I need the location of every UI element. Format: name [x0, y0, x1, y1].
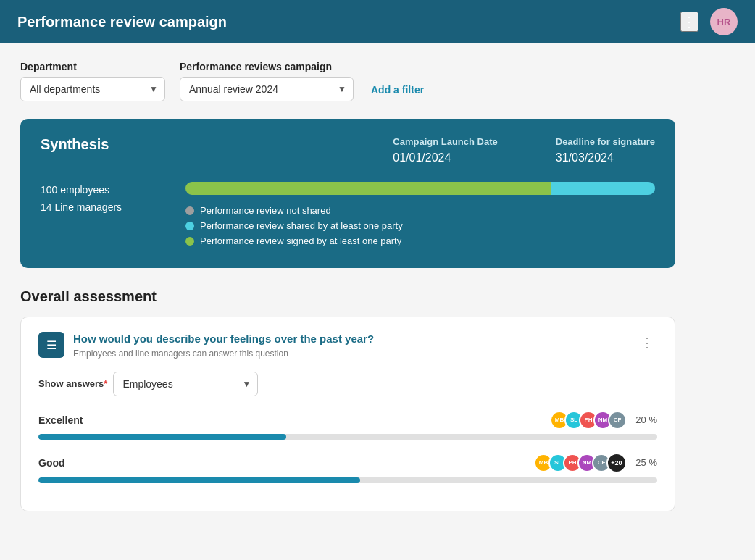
- rating-label-excellent: Excellent: [38, 414, 83, 426]
- synthesis-progress: Performance review not shared Performanc…: [185, 182, 655, 251]
- avatar-plus-good: +20: [606, 453, 627, 473]
- filters-row: Department All departments Engineering S…: [20, 61, 675, 101]
- synthesis-card: Synthesis Campaign Launch Date 01/01/202…: [20, 119, 675, 268]
- dot-green-icon: [185, 237, 194, 246]
- show-answers-select[interactable]: Employees Line managers Both: [113, 372, 258, 396]
- launch-label: Campaign Launch Date: [393, 136, 497, 147]
- legend-text-1: Performance review not shared: [200, 205, 331, 216]
- rating-pct-excellent: 20 %: [631, 414, 657, 425]
- synthesis-header: Synthesis Campaign Launch Date 01/01/202…: [41, 136, 655, 164]
- campaign-filter: Performance reviews campaign Annual revi…: [180, 61, 354, 101]
- progress-teal: [551, 182, 655, 195]
- rating-header-excellent: Excellent MB SL PH NM CF 20 %: [38, 411, 657, 430]
- show-answers-select-wrapper: Employees Line managers Both ▼: [113, 372, 258, 396]
- legend-item-2: Performance review shared by at least on…: [185, 220, 655, 231]
- app-header: Performance review campaign ⋮ HR: [0, 0, 755, 43]
- avatar-cf: CF: [608, 411, 627, 430]
- legend-text-3: Performance review signed by at least on…: [200, 235, 401, 246]
- campaign-label: Performance reviews campaign: [180, 61, 354, 72]
- legend-item-3: Performance review signed by at least on…: [185, 235, 655, 246]
- department-filter: Department All departments Engineering S…: [20, 61, 165, 101]
- department-select[interactable]: All departments Engineering Sales Market…: [20, 77, 165, 101]
- synthesis-body: 100 employees 14 Line managers Performan…: [41, 182, 655, 251]
- rating-item-excellent: Excellent MB SL PH NM CF 20 %: [38, 411, 657, 440]
- avatar-group-excellent: MB SL PH NM CF: [550, 411, 627, 430]
- dot-teal-icon: [185, 222, 194, 230]
- synthesis-title: Synthesis: [41, 136, 109, 153]
- synthesis-counts: 100 employees 14 Line managers: [41, 182, 157, 217]
- rating-bar-bg-excellent: [38, 434, 657, 440]
- deadline-date: 31/03/2024: [556, 151, 655, 164]
- legend-item-1: Performance review not shared: [185, 205, 655, 216]
- question-text-group: How would you describe your feelings ove…: [73, 332, 374, 359]
- question-left: ☰ How would you describe your feelings o…: [38, 332, 374, 359]
- avatar[interactable]: HR: [710, 8, 738, 35]
- header-actions: ⋮ HR: [680, 8, 738, 35]
- rating-item-good: Good MB SL PH NM CF +20 25 %: [38, 453, 657, 483]
- avatar-group-good: MB SL PH NM CF +20: [534, 453, 627, 473]
- employees-count: 100 employees: [41, 182, 157, 199]
- page-title: Performance review campaign: [17, 14, 227, 30]
- rating-pct-good: 25 %: [631, 457, 657, 468]
- more-options-button[interactable]: ⋮: [680, 12, 698, 32]
- rating-bar-fill-excellent: [38, 434, 286, 440]
- section-title: Overall assessment: [20, 288, 675, 305]
- show-answers-label: Show answers*: [38, 378, 107, 389]
- synthesis-dates: Campaign Launch Date 01/01/2024 Deadline…: [393, 136, 655, 164]
- required-star: *: [104, 378, 107, 389]
- deadline-label: Deadline for signature: [556, 136, 655, 147]
- show-answers-row: Show answers* Employees Line managers Bo…: [38, 372, 657, 396]
- progress-green: [185, 182, 551, 195]
- question-sub: Employees and line managers can answer t…: [73, 348, 374, 359]
- rating-right-good: MB SL PH NM CF +20 25 %: [534, 453, 657, 473]
- question-more-options-button[interactable]: ⋮: [638, 332, 657, 354]
- assessment-card: ☰ How would you describe your feelings o…: [20, 317, 675, 511]
- legend-text-2: Performance review shared by at least on…: [200, 220, 403, 231]
- rating-bar-bg-good: [38, 477, 657, 483]
- question-text: How would you describe your feelings ove…: [73, 332, 374, 346]
- rating-right-excellent: MB SL PH NM CF 20 %: [550, 411, 657, 430]
- campaign-select[interactable]: Annual review 2024 Mid-year review 2024 …: [180, 77, 354, 101]
- managers-count: 14 Line managers: [41, 199, 157, 217]
- question-row: ☰ How would you describe your feelings o…: [38, 332, 657, 359]
- deadline-date-group: Deadline for signature 31/03/2024: [556, 136, 655, 164]
- launch-date: 01/01/2024: [393, 151, 497, 164]
- dot-gray-icon: [185, 206, 194, 215]
- rating-header-good: Good MB SL PH NM CF +20 25 %: [38, 453, 657, 473]
- question-icon: ☰: [38, 332, 64, 358]
- department-label: Department: [20, 61, 165, 72]
- list-icon: ☰: [46, 338, 57, 352]
- progress-bar: [185, 182, 655, 195]
- main-content: Department All departments Engineering S…: [0, 43, 696, 529]
- launch-date-group: Campaign Launch Date 01/01/2024: [393, 136, 497, 164]
- rating-bar-fill-good: [38, 477, 360, 483]
- rating-label-good: Good: [38, 457, 65, 469]
- add-filter-button[interactable]: Add a filter: [368, 78, 427, 101]
